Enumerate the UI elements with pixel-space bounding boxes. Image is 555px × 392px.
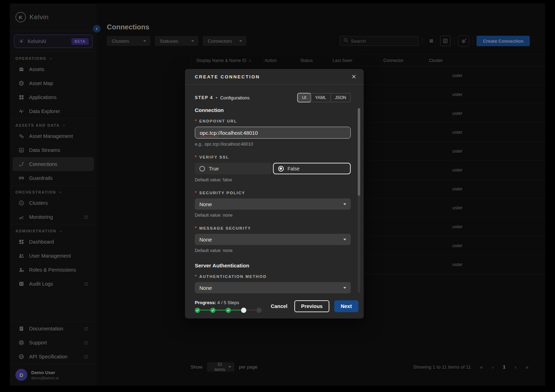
- chevron-down-icon: [343, 239, 346, 240]
- verify-ssl-radio-group: True False: [195, 163, 351, 174]
- step-5-pending: [256, 308, 262, 313]
- verify-ssl-true-option[interactable]: True: [195, 163, 272, 174]
- security-policy-value: None: [199, 201, 212, 207]
- close-icon[interactable]: [351, 74, 357, 79]
- security-policy-default-note: Default value: none: [195, 213, 351, 218]
- message-security-value: None: [199, 237, 212, 243]
- section-header-connection: Connection: [195, 107, 351, 113]
- auth-method-value: None: [199, 285, 212, 291]
- section-header-server-auth: Server Authentication: [195, 262, 351, 268]
- message-security-select[interactable]: None: [195, 234, 351, 245]
- scrollbar-thumb[interactable]: [358, 108, 360, 196]
- security-policy-select[interactable]: None: [195, 198, 351, 210]
- endpoint-url-input[interactable]: opc.tcp://localhost:48010: [195, 127, 351, 139]
- step-1-done: [195, 308, 200, 313]
- endpoint-value-flagged: opc.tcp:: [200, 130, 218, 136]
- chevron-down-icon: [343, 203, 346, 205]
- radio-unselected-icon: [199, 166, 205, 172]
- radio-selected-icon: [278, 166, 284, 172]
- option-false-label: False: [288, 166, 300, 172]
- app-window: K Kelvin KelvinAI BETA OPERATIONSAssetsA…: [10, 4, 545, 386]
- step-4-current: [241, 308, 246, 313]
- step-2-done: [210, 308, 215, 313]
- endpoint-url-label: ENDPOINT URL: [195, 118, 351, 124]
- auth-method-label: AUTHENTICATION METHOD: [195, 274, 351, 279]
- tab-json[interactable]: JSON: [330, 93, 350, 102]
- security-policy-label: SECURITY POLICY: [195, 190, 351, 195]
- bullet-separator: [213, 95, 220, 100]
- message-security-label: MESSAGE SECURITY: [195, 225, 351, 231]
- cancel-button[interactable]: Cancel: [269, 301, 290, 312]
- endpoint-helper-text: e.g., opc.tcp://localhost:48010: [195, 142, 351, 147]
- tab-ui[interactable]: UI: [298, 93, 310, 102]
- chevron-down-icon: [343, 287, 346, 289]
- step-label: STEP 4: [195, 95, 213, 100]
- auth-method-select[interactable]: None: [195, 282, 351, 293]
- progress-block: Progress: 4 / 5 Steps: [195, 300, 262, 313]
- step-connector: [215, 310, 226, 311]
- step-progress-bar: [195, 308, 262, 313]
- progress-label: Progress:: [195, 300, 216, 305]
- verify-ssl-label: VERIFY SSL: [195, 154, 351, 160]
- step-3-done: [226, 308, 231, 313]
- progress-text: 4 / 5 Steps: [217, 300, 239, 305]
- next-button[interactable]: Next: [334, 300, 358, 312]
- modal-title: CREATE CONNECTION: [195, 74, 260, 79]
- step-connector: [231, 310, 241, 311]
- option-true-label: True: [209, 166, 219, 172]
- tab-yaml[interactable]: YAML: [310, 93, 330, 102]
- step-connector: [246, 310, 256, 311]
- message-security-default-note: Default value: none: [195, 248, 351, 253]
- endpoint-value-rest: //localhost:48010: [218, 130, 258, 136]
- format-tabs: UIYAMLJSON: [297, 93, 351, 102]
- modal-scrollbar: [358, 108, 360, 293]
- verify-ssl-default-note: Default value: false: [195, 177, 351, 182]
- verify-ssl-false-option[interactable]: False: [273, 163, 351, 174]
- step-connector: [200, 310, 210, 311]
- create-connection-modal: CREATE CONNECTION STEP 4 Configurations …: [185, 69, 364, 318]
- previous-button[interactable]: Previous: [294, 300, 329, 312]
- step-name: Configurations: [220, 95, 249, 100]
- step-indicator: STEP 4 Configurations: [195, 95, 249, 100]
